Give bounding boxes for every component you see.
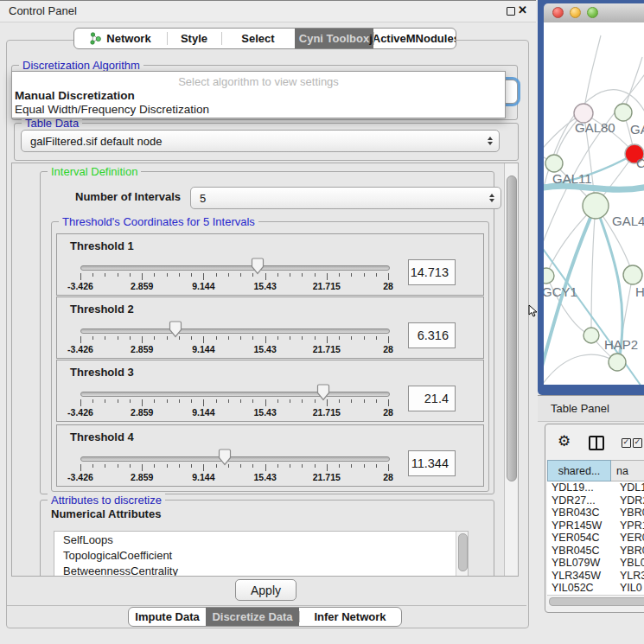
table-row[interactable]: YBR043CYBR0	[547, 507, 644, 520]
table-horizontal-scrollbar[interactable]	[547, 595, 644, 606]
tick-label: 21.715	[301, 344, 353, 354]
network-node[interactable]	[583, 193, 609, 219]
slider-thumb[interactable]	[217, 449, 233, 466]
table-row[interactable]: YER054CYER0	[547, 532, 644, 545]
table-row[interactable]: YDL19...YDL1	[547, 481, 644, 494]
threshold-value-field[interactable]: 14.713	[408, 259, 456, 285]
columns-icon[interactable]	[589, 436, 604, 450]
minimize-traffic-light[interactable]	[570, 7, 581, 18]
threshold-value-field[interactable]: 6.316	[408, 322, 456, 348]
node-label: GAL4	[612, 214, 644, 228]
tick-label: 2.859	[116, 344, 168, 354]
node-label: H	[635, 284, 644, 299]
tick-label: 15.43	[239, 407, 291, 418]
bottom-tab-bar: Impute Data Discretize Data Infer Networ…	[128, 607, 402, 627]
table-row[interactable]: YBR045CYBR0	[547, 545, 644, 558]
network-window-titlebar[interactable]	[544, 3, 644, 23]
slider-track[interactable]	[80, 265, 390, 271]
scrollbar-thumb[interactable]	[549, 597, 644, 606]
network-node[interactable]	[609, 354, 626, 371]
network-node[interactable]	[544, 268, 554, 284]
tick-label: -3.426	[54, 472, 106, 482]
tab-label: Impute Data	[135, 610, 199, 623]
node-label: GCY1	[544, 284, 577, 299]
apply-button[interactable]: Apply	[235, 579, 296, 601]
tick-label: 28	[362, 472, 414, 482]
tick-label: 15.43	[239, 472, 291, 482]
tab-select[interactable]: Select	[221, 29, 295, 48]
tab-cyni-toolbox[interactable]: Cyni Toolbox	[295, 29, 373, 48]
checkbox-icon[interactable]	[622, 438, 631, 448]
close-traffic-light[interactable]	[552, 7, 564, 18]
tab-label: Select	[241, 32, 274, 45]
tab-infer-network[interactable]: Infer Network	[299, 608, 401, 626]
threshold-label: Threshold 3	[70, 366, 134, 379]
dropdown-hint: Select algorithm to view settings	[12, 75, 505, 88]
gear-icon[interactable]: ⚙	[558, 432, 571, 450]
tab-style[interactable]: Style	[167, 29, 221, 48]
tab-discretize-data[interactable]: Discretize Data	[206, 608, 299, 626]
network-node[interactable]	[583, 328, 599, 343]
network-node[interactable]	[615, 104, 632, 121]
threshold-2-panel: Threshold 2 -3.4262.8599.14415.4321.7152…	[56, 296, 484, 359]
attributes-group: Attributes to discretize Numerical Attri…	[40, 500, 494, 577]
network-node[interactable]	[623, 265, 642, 284]
table-row[interactable]: YLR345WYLR3	[547, 570, 644, 583]
slider-track[interactable]	[80, 456, 390, 462]
table-data-combobox[interactable]: galFiltered.sif default node	[21, 130, 500, 152]
slider-track[interactable]	[80, 328, 390, 334]
tab-impute-data[interactable]: Impute Data	[129, 608, 206, 626]
dropdown-option-equal-width-frequency[interactable]: Equal Width/Frequency Discretization	[15, 103, 209, 116]
scrollbar-thumb[interactable]	[458, 533, 468, 571]
threshold-label: Threshold 1	[70, 239, 134, 252]
attribute-list-item[interactable]: TopologicalCoefficient	[54, 548, 456, 564]
settings-scrollbar[interactable]	[504, 163, 518, 576]
threshold-label: Threshold 4	[70, 430, 134, 443]
network-graph: GAL80GACGAL11GAL4GCY1HHAP2	[544, 22, 644, 385]
tab-label: Network	[106, 32, 150, 45]
attributes-list-scrollbar[interactable]	[456, 532, 468, 577]
tick-label: 2.859	[116, 281, 168, 291]
column-header-shared-name[interactable]: shared...	[547, 460, 611, 481]
column-header-name[interactable]: na	[611, 460, 644, 481]
tick-label: 9.144	[177, 472, 229, 482]
num-intervals-label: Number of Intervals	[75, 190, 181, 203]
tab-jactivemnodules[interactable]: jActiveMNodules	[373, 29, 456, 48]
table-panel: ⚙ shared... na YDL19...YDL1YDR27...YDR2Y…	[545, 424, 644, 613]
slider-track[interactable]	[80, 392, 390, 397]
attribute-list-item[interactable]: SelfLoops	[54, 532, 456, 548]
tab-network[interactable]: Network	[74, 29, 167, 48]
network-canvas[interactable]: GAL80GACGAL11GAL4GCY1HHAP2	[544, 22, 644, 385]
slider-thumb[interactable]	[250, 258, 265, 275]
zoom-traffic-light[interactable]	[587, 7, 598, 18]
table-row[interactable]: YBL079WYBL0	[547, 557, 644, 570]
tab-label: Discretize Data	[212, 610, 292, 623]
dropdown-option-manual-discretization[interactable]: Manual Discretization	[15, 89, 135, 102]
num-intervals-combobox[interactable]: 5	[190, 187, 501, 209]
float-window-icon[interactable]	[507, 7, 515, 16]
slider-thumb[interactable]	[168, 321, 183, 338]
network-edge	[544, 354, 617, 385]
attribute-list-item[interactable]: BetweennessCentrality	[54, 564, 456, 577]
node-label: GA	[630, 122, 644, 137]
threshold-4-panel: Threshold 4 -3.4262.8599.14415.4321.7152…	[56, 424, 484, 487]
network-icon	[90, 32, 101, 45]
node-label: GAL11	[552, 171, 592, 186]
slider-thumb[interactable]	[316, 384, 331, 401]
tick-label: 21.715	[301, 407, 353, 418]
tick-label: 15.43	[239, 344, 291, 354]
group-title: Attributes to discretize	[48, 494, 165, 507]
threshold-value-field[interactable]: 11.344	[408, 450, 456, 476]
mouse-cursor	[528, 304, 539, 318]
close-icon[interactable]: ✕	[518, 3, 527, 16]
scrollbar-thumb[interactable]	[507, 175, 517, 481]
node-label: C	[636, 156, 644, 170]
table-row[interactable]: YDR27...YDR2	[547, 494, 644, 507]
interval-definition-group: Interval Definition Number of Intervals …	[40, 171, 494, 494]
table-row[interactable]: YPR145WYPR1	[547, 520, 644, 532]
checkbox-icon[interactable]	[633, 438, 642, 448]
threshold-value-field[interactable]: 21.4	[408, 386, 456, 411]
tick-label: 28	[362, 344, 414, 354]
table-row[interactable]: YIL052CYIL0	[547, 582, 644, 595]
network-node[interactable]	[545, 155, 563, 172]
